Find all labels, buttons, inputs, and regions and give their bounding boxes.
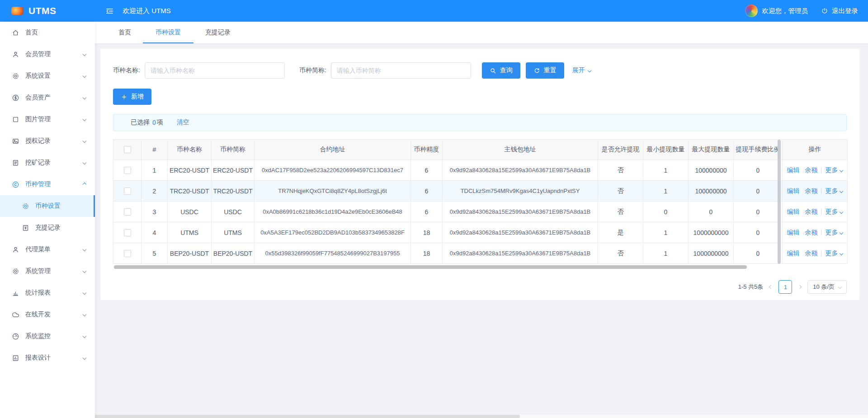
sidebar-item-system-settings[interactable]: 系统设置 [0, 65, 95, 87]
collapse-sidebar-button[interactable] [105, 6, 114, 16]
edit-link[interactable]: 编辑 [787, 229, 800, 236]
gear-icon [22, 202, 29, 210]
chevron-down-icon [83, 269, 86, 273]
row-checkbox[interactable] [124, 188, 131, 195]
clear-selection-link[interactable]: 清空 [177, 118, 189, 127]
fixed-column-scrollbar[interactable] [778, 140, 781, 264]
tab-currency-settings[interactable]: 币种设置 [154, 22, 183, 43]
chevron-right-icon [798, 285, 802, 289]
next-page-button[interactable] [797, 286, 803, 288]
expand-toggle[interactable]: 展开 [572, 66, 591, 75]
edit-link[interactable]: 编辑 [787, 166, 800, 174]
chevron-down-icon [83, 161, 86, 164]
document-icon [12, 159, 19, 167]
sidebar-item-report-design[interactable]: 报表设计 [0, 347, 95, 369]
more-link[interactable]: 更多 [825, 229, 843, 237]
row-checkbox[interactable] [124, 208, 131, 216]
pagination-total: 1-5 共5条 [738, 283, 764, 291]
page-size-select[interactable]: 10 条/页 [807, 280, 847, 294]
divider [821, 167, 821, 173]
chevron-down-icon [83, 291, 86, 295]
chevron-down-icon [83, 139, 86, 143]
more-link[interactable]: 更多 [825, 208, 843, 216]
table-header-row: # 币种名称 币种简称 合约地址 币种精度 主钱包地址 是否允许提现 最小提现数… [113, 140, 848, 160]
tab-home[interactable]: 首页 [117, 22, 133, 43]
divider [821, 188, 821, 194]
balance-link[interactable]: 余额 [805, 166, 817, 174]
sidebar-item-online-development[interactable]: 在线开发 [0, 304, 95, 325]
edit-link[interactable]: 编辑 [787, 187, 800, 194]
edit-link[interactable]: 编辑 [787, 249, 800, 257]
table-row: 5 BEP20-USDT BEP20-USDT 0x55d398326f9905… [113, 243, 848, 264]
current-page-button[interactable]: 1 [778, 280, 792, 294]
selection-bar: 已选择 0 项 清空 [113, 114, 847, 131]
logo-icon [11, 7, 24, 15]
sidebar-item-currency-management[interactable]: 币种管理 [0, 174, 95, 195]
tab-deposit-withdraw-records[interactable]: 充提记录 [203, 22, 232, 43]
sidebar-item-system-monitoring[interactable]: 系统监控 [0, 325, 95, 347]
sidebar-item-system-management[interactable]: 系统管理 [0, 260, 95, 282]
search-icon [490, 67, 496, 74]
balance-link[interactable]: 余额 [805, 249, 817, 257]
select-all-checkbox[interactable] [124, 146, 131, 153]
sidebar-item-mining-records[interactable]: 挖矿记录 [0, 152, 95, 174]
add-button[interactable]: 新增 [113, 89, 151, 105]
sidebar-item-image-management[interactable]: 图片管理 [0, 108, 95, 130]
sidebar-item-home[interactable]: 首页 [0, 22, 95, 43]
sidebar-item-statistics-reports[interactable]: 统计报表 [0, 282, 95, 304]
row-checkbox[interactable] [124, 167, 131, 174]
logout-button[interactable]: 退出登录 [821, 7, 858, 15]
chevron-down-icon [83, 356, 86, 360]
selected-suffix: 项 [157, 118, 163, 127]
more-link[interactable]: 更多 [825, 249, 843, 258]
row-checkbox[interactable] [124, 229, 131, 236]
content-area: 币种名称: 币种简称: 查询 重置 展开 [95, 43, 868, 418]
gauge-icon [12, 333, 19, 340]
chevron-down-icon [840, 230, 843, 234]
divider [821, 230, 821, 235]
balance-link[interactable]: 余额 [805, 208, 817, 215]
chevron-down-icon [83, 313, 86, 316]
col-wallet: 主钱包地址 [443, 140, 598, 160]
balance-link[interactable]: 余额 [805, 229, 817, 236]
user-greeting: 欢迎您，管理员 [762, 7, 808, 15]
prev-page-button[interactable] [768, 286, 774, 288]
chevron-down-icon [83, 334, 86, 338]
tab-bar: 首页 币种设置 充提记录 [95, 22, 868, 43]
table-row: 3 USDC USDC 0xA0b86991c6218b36c1d19D4a2e… [113, 202, 848, 222]
currency-name-input[interactable] [145, 62, 285, 79]
edit-link[interactable]: 编辑 [787, 208, 800, 215]
page-horizontal-scrollbar-track [0, 414, 868, 418]
table-row: 4 UTMS UTMS 0xA5A3EF179ec052BD2DB9AD103b… [113, 222, 848, 243]
reset-button[interactable]: 重置 [526, 62, 564, 79]
chevron-down-icon [840, 168, 843, 172]
sidebar-item-member-assets[interactable]: 会员资产 [0, 87, 95, 108]
sidebar-subitem-deposit-withdraw-records[interactable]: 充提记录 [0, 217, 95, 239]
user-icon [12, 51, 19, 58]
table-horizontal-scrollbar[interactable] [114, 265, 747, 269]
sidebar-subitem-currency-settings[interactable]: 币种设置 [0, 195, 95, 217]
chevron-down-icon [83, 52, 86, 56]
sidebar-item-members[interactable]: 会员管理 [0, 43, 95, 65]
avatar[interactable] [745, 5, 758, 17]
table-row: 2 TRC20-USDT TRC20-USDT TR7NHqjeKQxGTCi8… [113, 181, 848, 202]
chevron-down-icon [840, 251, 843, 255]
sidebar-item-authorization-records[interactable]: 授权记录 [0, 130, 95, 152]
pagination: 1-5 共5条 1 10 条/页 [113, 280, 847, 294]
chevron-down-icon [840, 189, 843, 193]
dollar-circle-icon [12, 94, 19, 102]
more-link[interactable]: 更多 [825, 166, 843, 174]
currency-name-label: 币种名称: [113, 66, 140, 75]
row-checkbox[interactable] [124, 250, 131, 257]
col-withdrawable: 是否允许提现 [598, 140, 643, 160]
sidebar: 首页 会员管理 系统设置 会员资产 图片管理 授权记录 [0, 22, 95, 418]
currency-settings-card: 币种名称: 币种简称: 查询 重置 展开 [100, 49, 859, 300]
square-icon [12, 116, 19, 123]
brand-logo: UTMS [0, 0, 95, 22]
sidebar-item-agent-menu[interactable]: 代理菜单 [0, 239, 95, 260]
search-button[interactable]: 查询 [482, 62, 520, 79]
more-link[interactable]: 更多 [825, 187, 843, 195]
balance-link[interactable]: 余额 [805, 187, 817, 194]
copyright-circle-icon [12, 181, 19, 188]
currency-short-input[interactable] [331, 62, 471, 79]
